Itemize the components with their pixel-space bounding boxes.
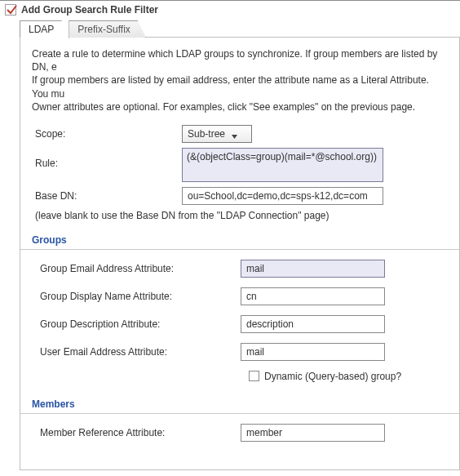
section-groups-header: Groups — [20, 233, 459, 250]
members-section: Member Reference Attribute: member — [32, 424, 448, 442]
member-ref-value: member — [246, 427, 282, 438]
scope-selected-value: Sub-tree — [188, 128, 225, 140]
group-email-value: mail — [246, 263, 264, 274]
dynamic-group-label: Dynamic (Query-based) group? — [264, 371, 401, 382]
scope-select[interactable]: Sub-tree — [182, 125, 252, 143]
base-dn-label: Base DN: — [35, 190, 182, 202]
group-desc-input[interactable]: description — [241, 315, 385, 333]
scope-label: Scope: — [35, 128, 182, 140]
group-desc-label: Group Description Attribute: — [40, 318, 241, 330]
dynamic-group-checkbox[interactable] — [249, 371, 259, 381]
chevron-down-icon — [232, 131, 237, 136]
tab-prefix-suffix[interactable]: Prefix-Suffix — [69, 20, 145, 38]
group-email-label: Group Email Address Attribute: — [40, 263, 241, 274]
tab-ldap[interactable]: LDAP — [20, 20, 69, 38]
svg-marker-0 — [232, 135, 237, 139]
window: Add Group Search Rule Filter LDAP Prefix… — [0, 0, 460, 470]
user-email-label: User Email Address Attribute: — [40, 346, 241, 358]
base-dn-input[interactable]: ou=School,dc=demo,dc=sps-k12,dc=com — [182, 187, 383, 205]
base-dn-value: ou=School,dc=demo,dc=sps-k12,dc=com — [188, 190, 368, 202]
intro-line: Create a rule to determine which LDAP gr… — [32, 47, 448, 73]
groups-section: Group Email Address Attribute: mail Grou… — [32, 260, 448, 382]
intro-line: If group members are listed by email add… — [32, 73, 448, 100]
intro-text: Create a rule to determine which LDAP gr… — [32, 47, 448, 113]
rule-input[interactable]: (&(objectClass=group)(mail=*@school.org)… — [182, 148, 383, 182]
tab-label: Prefix-Suffix — [77, 24, 130, 35]
enable-rule-checkbox[interactable] — [5, 4, 16, 16]
tab-bar: LDAP Prefix-Suffix — [0, 20, 460, 38]
member-ref-input[interactable]: member — [241, 424, 385, 442]
user-email-value: mail — [246, 346, 264, 358]
group-display-label: Group Display Name Attribute: — [40, 291, 241, 302]
intro-line: Owner attributes are optional. For examp… — [32, 100, 448, 113]
group-desc-value: description — [246, 318, 294, 330]
rule-value: (&(objectClass=group)(mail=*@school.org)… — [187, 151, 377, 162]
section-members-header: Members — [20, 397, 459, 414]
titlebar: Add Group Search Rule Filter — [0, 1, 460, 20]
member-ref-label: Member Reference Attribute: — [40, 427, 241, 438]
group-display-input[interactable]: cn — [241, 287, 385, 305]
dynamic-group-row: Dynamic (Query-based) group? — [249, 371, 448, 382]
tabpage-ldap: Create a rule to determine which LDAP gr… — [20, 38, 460, 470]
group-email-input[interactable]: mail — [241, 260, 385, 278]
group-display-value: cn — [246, 291, 257, 302]
rule-label: Rule: — [35, 148, 182, 169]
checkmark-icon — [6, 4, 17, 16]
tab-label: LDAP — [29, 24, 54, 35]
window-title: Add Group Search Rule Filter — [21, 4, 158, 16]
user-email-input[interactable]: mail — [241, 343, 385, 361]
base-dn-note: (leave blank to use the Base DN from the… — [35, 210, 448, 221]
